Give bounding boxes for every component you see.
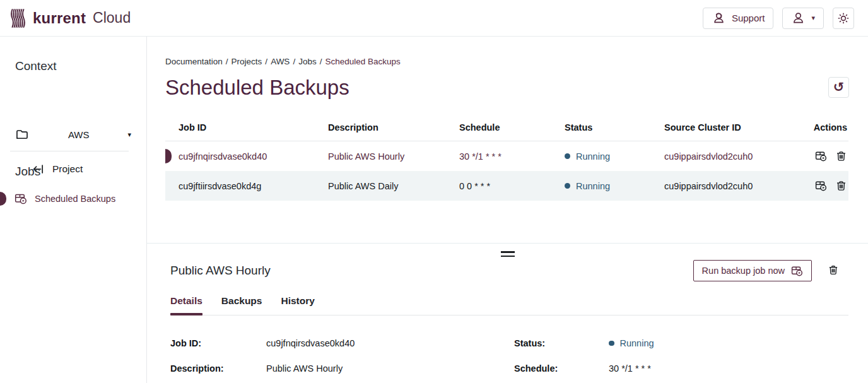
description-field-label: Description: [170,363,224,374]
job-id-field-label: Job ID: [170,338,201,348]
status-field-label: Status: [514,338,545,348]
breadcrumb-item[interactable]: Documentation [165,57,223,66]
schedule-cell: 0 0 * * * [459,181,565,191]
actions-cell [807,180,848,192]
tab-history[interactable]: History [281,295,314,315]
header-actions: Support ▾ [703,8,854,29]
detail-panel-title: Public AWS Hourly [170,264,271,278]
run-backup-icon[interactable] [815,180,827,192]
delete-job-icon[interactable] [828,264,839,276]
refresh-button[interactable]: ↺ [828,77,849,98]
status-label: Running [576,151,610,162]
detail-field-row: Job ID: cu9jfnqirsdvase0kd40 Status: Run… [170,338,848,350]
delete-job-icon[interactable] [835,150,847,162]
logo-suffix-text: Cloud [93,9,131,27]
support-button[interactable]: Support [703,8,774,29]
column-header-job-id: Job ID [165,122,328,133]
status-dot [565,153,570,159]
user-menu-button[interactable]: ▾ [782,8,824,29]
breadcrumb-separator: / [293,57,295,66]
refresh-icon: ↺ [833,81,845,94]
breadcrumb-separator: / [265,57,267,66]
context-selector[interactable]: AWS ▾ [15,126,131,143]
source-cluster-id-cell: cu9ippairsdvlod2cuh0 [664,181,807,191]
kurrent-wave-icon [10,8,27,28]
logo-brand-text: kurrent [33,9,86,27]
table-row[interactable]: cu9jftiirsdvase0kd4g Public AWS Daily 0 … [165,171,848,201]
tab-details[interactable]: Details [170,295,202,315]
table-header-row: Job ID Description Schedule Status Sourc… [165,122,848,141]
context-heading: Context [15,59,56,73]
page-title: Scheduled Backups [165,76,349,100]
sun-icon [836,11,850,25]
column-header-source-cluster-id: Source Cluster ID [664,122,807,133]
tab-backups[interactable]: Backups [221,295,262,315]
status-cell: Running [565,151,664,162]
detail-tabs: Details Backups History [170,295,848,315]
column-header-actions: Actions [807,122,848,133]
column-header-description: Description [328,122,459,133]
sidebar-item-label: Scheduled Backups [35,194,115,204]
breadcrumb-item-current: Scheduled Backups [325,57,400,66]
description-cell: Public AWS Hourly [328,151,459,162]
column-header-schedule: Schedule [459,122,565,133]
chevron-down-icon: ▾ [811,15,815,21]
breadcrumb-separator: / [320,57,322,66]
support-button-label: Support [732,13,765,23]
main-content: Documentation/Projects/AWS/Jobs/Schedule… [147,37,868,383]
description-cell: Public AWS Daily [328,181,459,191]
breadcrumb-item[interactable]: Projects [232,57,262,66]
panel-resize-handle[interactable] [501,251,515,259]
schedule-field-label: Schedule: [514,363,558,374]
job-id-field-value: cu9jfnqirsdvase0kd40 [266,338,355,348]
status-label: Running [576,181,610,191]
source-cluster-id-cell: cu9ippairsdvlod2cuh0 [664,151,807,162]
detail-field-row: Description: Public AWS Hourly Schedule:… [170,363,848,375]
status-dot [565,183,570,189]
back-link-label: Project [52,163,83,175]
status-dot [609,341,614,346]
jobs-heading: Jobs [15,165,40,179]
theme-toggle-button[interactable] [833,8,854,29]
breadcrumb-item[interactable]: AWS [271,57,290,66]
kurrent-cloud-logo[interactable]: kurrent Cloud [10,8,131,28]
run-backup-icon[interactable] [815,150,827,162]
run-backup-now-button[interactable]: Run backup job now [693,260,812,281]
status-label: Running [620,338,654,348]
column-header-status: Status [565,122,664,133]
status-cell: Running [565,181,664,191]
jobs-table: Job ID Description Schedule Status Sourc… [165,122,848,201]
breadcrumb: Documentation/Projects/AWS/Jobs/Schedule… [165,57,401,66]
sidebar: Context AWS ▾ Project Jobs [0,37,147,383]
app-window: kurrent Cloud Support [0,0,868,383]
sidebar-divider [10,151,129,151]
run-backup-now-label: Run backup job now [702,266,785,276]
table-row[interactable]: cu9jfnqirsdvase0kd40 Public AWS Hourly 3… [165,141,848,171]
schedule-cell: 30 */1 * * * [459,151,565,162]
status-field-value: Running [609,338,654,348]
headset-icon [712,11,726,25]
panel-divider [147,243,868,244]
top-header: kurrent Cloud Support [0,0,868,37]
folder-icon [15,127,30,142]
breadcrumb-separator: / [226,57,228,66]
chevron-down-icon: ▾ [127,131,131,138]
context-selected-value: AWS [68,129,90,140]
job-id-cell: cu9jfnqirsdvase0kd40 [165,151,328,162]
job-id-cell: cu9jftiirsdvase0kd4g [165,181,328,191]
sidebar-item-scheduled-backups[interactable]: Scheduled Backups [0,191,146,207]
backup-box-clock-icon [15,192,27,205]
description-field-value: Public AWS Hourly [266,363,343,374]
delete-job-icon[interactable] [835,180,847,192]
person-icon [791,11,806,25]
actions-cell [807,150,848,162]
breadcrumb-item[interactable]: Jobs [298,57,317,66]
schedule-field-value: 30 */1 * * * [609,363,651,374]
backup-box-clock-icon [791,265,803,277]
active-item-marker [0,192,6,206]
